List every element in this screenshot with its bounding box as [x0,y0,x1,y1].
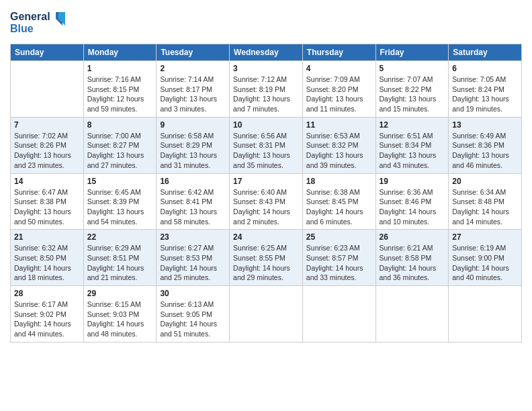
day-number: 3 [233,64,299,73]
calendar-cell: 2Sunrise: 7:14 AM Sunset: 8:17 PM Daylig… [157,61,230,118]
calendar-cell: 23Sunrise: 6:27 AM Sunset: 8:53 PM Dayli… [157,230,230,286]
day-number: 27 [452,232,518,242]
day-number: 29 [87,289,153,298]
day-number: 20 [452,177,518,186]
day-number: 25 [306,232,372,242]
calendar-cell: 27Sunrise: 6:19 AM Sunset: 9:00 PM Dayli… [449,230,522,286]
day-number: 30 [160,289,226,298]
calendar-cell: 29Sunrise: 6:15 AM Sunset: 9:03 PM Dayli… [83,286,157,342]
day-info: Sunrise: 6:27 AM Sunset: 8:53 PM Dayligh… [160,243,226,283]
svg-text:Blue: Blue [10,23,34,34]
calendar-cell: 15Sunrise: 6:45 AM Sunset: 8:39 PM Dayli… [83,173,157,230]
day-info: Sunrise: 6:38 AM Sunset: 8:45 PM Dayligh… [306,187,372,227]
day-info: Sunrise: 7:14 AM Sunset: 8:17 PM Dayligh… [160,75,226,114]
calendar-cell: 6Sunrise: 7:05 AM Sunset: 8:24 PM Daylig… [449,61,522,118]
day-number: 5 [380,64,445,73]
day-number: 7 [14,120,80,130]
calendar-cell: 21Sunrise: 6:32 AM Sunset: 8:50 PM Dayli… [11,230,84,286]
calendar-cell: 24Sunrise: 6:25 AM Sunset: 8:55 PM Dayli… [230,230,303,286]
day-number: 18 [306,177,372,186]
day-info: Sunrise: 7:00 AM Sunset: 8:27 PM Dayligh… [87,131,153,171]
day-info: Sunrise: 6:29 AM Sunset: 8:51 PM Dayligh… [87,243,153,283]
calendar-cell: 7Sunrise: 7:02 AM Sunset: 8:26 PM Daylig… [11,117,84,173]
day-number: 22 [87,232,153,242]
calendar-cell: 13Sunrise: 6:49 AM Sunset: 8:36 PM Dayli… [449,117,522,173]
calendar-week-row: 21Sunrise: 6:32 AM Sunset: 8:50 PM Dayli… [11,230,522,286]
day-info: Sunrise: 6:36 AM Sunset: 8:46 PM Dayligh… [380,187,445,227]
weekday-header-row: SundayMondayTuesdayWednesdayThursdayFrid… [11,44,522,61]
day-info: Sunrise: 7:05 AM Sunset: 8:24 PM Dayligh… [452,75,518,114]
day-number: 14 [14,177,80,186]
weekday-header-saturday: Saturday [449,44,522,61]
day-number: 19 [380,177,445,186]
day-number: 8 [87,120,153,130]
day-number: 17 [233,177,299,186]
calendar-cell: 28Sunrise: 6:17 AM Sunset: 9:02 PM Dayli… [11,286,84,342]
calendar-cell: 22Sunrise: 6:29 AM Sunset: 8:51 PM Dayli… [83,230,157,286]
day-number: 1 [87,64,153,73]
calendar-cell [302,286,375,342]
calendar-cell: 1Sunrise: 7:16 AM Sunset: 8:15 PM Daylig… [83,61,157,118]
weekday-header-friday: Friday [375,44,449,61]
day-number: 16 [160,177,226,186]
day-number: 10 [233,120,299,130]
calendar-cell: 20Sunrise: 6:34 AM Sunset: 8:48 PM Dayli… [449,173,522,230]
calendar-cell: 19Sunrise: 6:36 AM Sunset: 8:46 PM Dayli… [375,173,449,230]
day-info: Sunrise: 6:47 AM Sunset: 8:38 PM Dayligh… [14,187,80,227]
logo-text: General Blue [10,7,71,40]
day-info: Sunrise: 7:16 AM Sunset: 8:15 PM Dayligh… [87,75,153,114]
day-info: Sunrise: 7:09 AM Sunset: 8:20 PM Dayligh… [306,75,372,114]
weekday-header-monday: Monday [83,44,157,61]
day-number: 23 [160,232,226,242]
day-info: Sunrise: 6:32 AM Sunset: 8:50 PM Dayligh… [14,243,80,283]
day-number: 15 [87,177,153,186]
day-number: 24 [233,232,299,242]
weekday-header-wednesday: Wednesday [230,44,303,61]
calendar-cell: 9Sunrise: 6:58 AM Sunset: 8:29 PM Daylig… [157,117,230,173]
day-info: Sunrise: 6:42 AM Sunset: 8:41 PM Dayligh… [160,187,226,227]
svg-text:General: General [10,11,50,22]
day-info: Sunrise: 7:07 AM Sunset: 8:22 PM Dayligh… [380,75,445,114]
day-info: Sunrise: 6:58 AM Sunset: 8:29 PM Dayligh… [160,131,226,171]
calendar-cell: 4Sunrise: 7:09 AM Sunset: 8:20 PM Daylig… [302,61,375,118]
day-number: 28 [14,289,80,298]
calendar-cell [11,61,84,118]
calendar-cell: 30Sunrise: 6:13 AM Sunset: 9:05 PM Dayli… [157,286,230,342]
day-number: 6 [452,64,518,73]
calendar-week-row: 7Sunrise: 7:02 AM Sunset: 8:26 PM Daylig… [11,117,522,173]
calendar-cell: 18Sunrise: 6:38 AM Sunset: 8:45 PM Dayli… [302,173,375,230]
calendar-cell: 3Sunrise: 7:12 AM Sunset: 8:19 PM Daylig… [230,61,303,118]
weekday-header-tuesday: Tuesday [157,44,230,61]
day-info: Sunrise: 6:13 AM Sunset: 9:05 PM Dayligh… [160,300,226,339]
day-number: 2 [160,64,226,73]
calendar-cell: 10Sunrise: 6:56 AM Sunset: 8:31 PM Dayli… [230,117,303,173]
day-info: Sunrise: 6:21 AM Sunset: 8:58 PM Dayligh… [380,243,445,283]
calendar-cell: 14Sunrise: 6:47 AM Sunset: 8:38 PM Dayli… [11,173,84,230]
day-number: 4 [306,64,372,73]
day-info: Sunrise: 6:19 AM Sunset: 9:00 PM Dayligh… [452,243,518,283]
day-info: Sunrise: 6:17 AM Sunset: 9:02 PM Dayligh… [14,300,80,339]
day-info: Sunrise: 6:34 AM Sunset: 8:48 PM Dayligh… [452,187,518,227]
calendar-cell [230,286,303,342]
calendar-cell: 26Sunrise: 6:21 AM Sunset: 8:58 PM Dayli… [375,230,449,286]
day-info: Sunrise: 6:40 AM Sunset: 8:43 PM Dayligh… [233,187,299,227]
calendar-cell: 25Sunrise: 6:23 AM Sunset: 8:57 PM Dayli… [302,230,375,286]
calendar-cell: 12Sunrise: 6:51 AM Sunset: 8:34 PM Dayli… [375,117,449,173]
logo: General Blue [10,7,71,40]
header: General Blue [10,7,522,40]
calendar-week-row: 28Sunrise: 6:17 AM Sunset: 9:02 PM Dayli… [11,286,522,342]
weekday-header-thursday: Thursday [302,44,375,61]
day-number: 21 [14,232,80,242]
day-info: Sunrise: 6:23 AM Sunset: 8:57 PM Dayligh… [306,243,372,283]
calendar-cell: 16Sunrise: 6:42 AM Sunset: 8:41 PM Dayli… [157,173,230,230]
day-number: 12 [380,120,445,130]
calendar-cell: 11Sunrise: 6:53 AM Sunset: 8:32 PM Dayli… [302,117,375,173]
calendar-week-row: 14Sunrise: 6:47 AM Sunset: 8:38 PM Dayli… [11,173,522,230]
calendar-week-row: 1Sunrise: 7:16 AM Sunset: 8:15 PM Daylig… [11,61,522,118]
day-number: 11 [306,120,372,130]
calendar-cell: 8Sunrise: 7:00 AM Sunset: 8:27 PM Daylig… [83,117,157,173]
calendar-table: SundayMondayTuesdayWednesdayThursdayFrid… [10,44,522,342]
day-number: 26 [380,232,445,242]
calendar-cell [449,286,522,342]
calendar-cell: 5Sunrise: 7:07 AM Sunset: 8:22 PM Daylig… [375,61,449,118]
